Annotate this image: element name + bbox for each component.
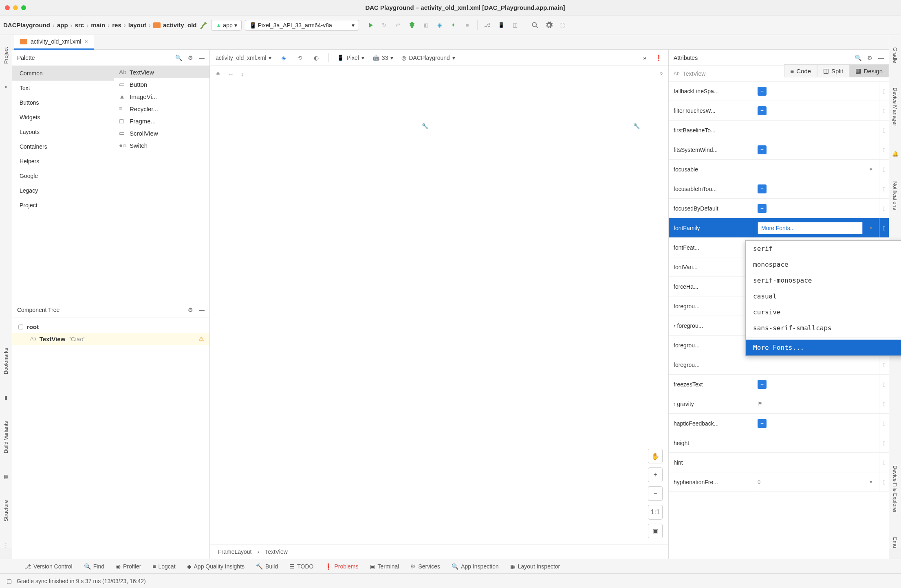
palette-item[interactable]: ▭ScrollView (114, 127, 209, 139)
bottom-tool-problems[interactable]: ❗Problems (325, 563, 358, 570)
minimize-icon[interactable]: — (199, 307, 205, 313)
window-close[interactable] (5, 5, 10, 10)
palette-category[interactable]: Project (12, 198, 114, 213)
bottom-tool-services[interactable]: ⚙Services (410, 563, 440, 570)
bottom-tool-app-inspection[interactable]: 🔍App Inspection (452, 563, 499, 570)
palette-item[interactable]: AbTextView (114, 66, 209, 78)
attr-resource-picker[interactable]: ▯ (879, 355, 889, 374)
attribute-row[interactable]: › gravity⚑▯ (669, 394, 889, 414)
dropdown-option[interactable]: serif-monospace (746, 272, 901, 288)
attr-resource-picker[interactable]: ▯ (879, 394, 889, 413)
attribute-value[interactable]: − (754, 101, 879, 120)
attr-resource-picker[interactable]: ▯ (879, 199, 889, 218)
attribute-row[interactable]: foregrou...▯ (669, 355, 889, 375)
breadcrumb-item[interactable]: activity_old (163, 22, 197, 29)
chevron-down-icon[interactable]: ▾ (866, 166, 876, 172)
view-mode-design[interactable]: ▦Design (849, 64, 889, 77)
tree-textview[interactable]: Ab TextView "Ciao" ⚠ (12, 333, 209, 345)
attribute-row[interactable]: filterTouchesW...−▯ (669, 101, 889, 121)
breadcrumb-item[interactable]: main (91, 22, 105, 29)
attach-debugger-icon[interactable]: ✦ (449, 21, 458, 29)
avatar-icon[interactable]: ◯ (559, 21, 567, 29)
zoom-out-button[interactable]: − (648, 486, 663, 501)
bottom-tool-version-control[interactable]: ⎇Version Control (24, 563, 73, 570)
bool-toggle[interactable]: − (758, 380, 767, 389)
chevron-down-icon[interactable]: ▾ (866, 479, 876, 485)
close-tab-icon[interactable]: × (84, 38, 88, 45)
profiler-icon[interactable]: ◉ (436, 21, 444, 29)
view-mode-split[interactable]: ◫Split (817, 64, 849, 77)
bookmark-icon[interactable]: ▮ (4, 395, 7, 401)
run-config-select[interactable]: ▲ app ▾ (211, 20, 241, 31)
search-icon[interactable]: 🔍 (855, 55, 861, 61)
bottom-tool-layout-inspector[interactable]: ▦Layout Inspector (510, 563, 560, 570)
pan-button[interactable]: ✋ (648, 449, 663, 463)
breadcrumb-item[interactable]: layout (128, 22, 146, 29)
git-icon[interactable]: ⎇ (483, 21, 491, 29)
folder-icon[interactable]: ▪ (5, 84, 7, 90)
attribute-row[interactable]: hyphenationFre...0▾▯ (669, 472, 889, 492)
stripe-structure[interactable]: Structure (3, 500, 9, 522)
attr-resource-picker[interactable]: ▯ (879, 140, 889, 159)
settings-icon[interactable]: ⚙ (867, 55, 872, 61)
eye-icon[interactable]: 👁 (216, 71, 221, 77)
minimize-icon[interactable]: — (878, 55, 884, 61)
palette-category[interactable]: Layouts (12, 125, 114, 139)
run-button[interactable] (366, 21, 374, 29)
stripe-notifications[interactable]: Notifications (892, 181, 898, 210)
orientation-icon[interactable]: ⟲ (296, 54, 304, 62)
attr-resource-picker[interactable]: ▯ (879, 81, 889, 101)
stripe-emulator[interactable]: Emu (892, 537, 898, 548)
dropdown-option[interactable]: monospace (746, 257, 901, 272)
night-icon[interactable]: ◐ (312, 54, 320, 62)
attr-resource-picker[interactable]: ▯ (879, 472, 889, 491)
attribute-row[interactable]: focusedByDefault−▯ (669, 199, 889, 218)
attribute-value[interactable]: 0▾ (754, 472, 879, 491)
attribute-row[interactable]: hint▯ (669, 453, 889, 472)
attribute-value[interactable] (754, 453, 879, 472)
error-badge[interactable]: ❗ (654, 54, 663, 62)
breadcrumb-item[interactable]: app (57, 22, 68, 29)
dropdown-option[interactable]: casual (746, 288, 901, 304)
attribute-value[interactable]: − (754, 414, 879, 433)
palette-item[interactable]: ▭Button (114, 78, 209, 90)
layers-icon[interactable]: ◈ (280, 54, 288, 62)
coverage-icon[interactable]: ◧ (422, 21, 430, 29)
attr-resource-picker[interactable]: ▯ (879, 101, 889, 120)
breadcrumb-item[interactable]: TextView (265, 549, 288, 555)
debug-button[interactable] (408, 21, 416, 29)
attribute-row[interactable]: firstBaselineTo...▯ (669, 121, 889, 140)
palette-category[interactable]: Common (12, 66, 114, 81)
search-icon[interactable]: 🔍 (175, 55, 182, 61)
device-select[interactable]: 📱 Pixel_3a_API_33_arm64-v8a ▾ (245, 20, 359, 31)
dropdown-option[interactable]: cursive (746, 304, 901, 320)
minimize-icon[interactable]: — (199, 55, 205, 61)
palette-category[interactable]: Helpers (12, 154, 114, 169)
bottom-tool-terminal[interactable]: ▣Terminal (370, 563, 399, 570)
stripe-bookmarks[interactable]: Bookmarks (3, 348, 9, 374)
bottom-tool-find[interactable]: 🔍Find (84, 563, 104, 570)
attribute-value[interactable] (754, 121, 879, 140)
bottom-tool-build[interactable]: 🔨Build (256, 563, 278, 570)
stripe-build-variants[interactable]: Build Variants (3, 421, 9, 453)
tree-root[interactable]: ▢ root (12, 320, 209, 333)
attr-resource-picker[interactable]: ▯ (879, 160, 889, 179)
attr-resource-picker[interactable]: ▯ (879, 433, 889, 452)
breadcrumb-item[interactable]: FrameLayout (218, 549, 251, 555)
breadcrumb-item[interactable]: res (112, 22, 121, 29)
attribute-value[interactable] (754, 433, 879, 452)
notifications-icon[interactable]: 🔔 (892, 151, 899, 157)
palette-category[interactable]: Legacy (12, 183, 114, 198)
stop-button[interactable]: ■ (463, 21, 471, 29)
attribute-value[interactable]: − (754, 179, 879, 198)
attribute-row[interactable]: focusableInTou...−▯ (669, 179, 889, 199)
dropdown-more-fonts[interactable]: More Fonts... (746, 340, 901, 355)
file-tab[interactable]: activity_old_xml.xml × (14, 35, 94, 50)
apply-changes-icon[interactable]: ⇄ (394, 21, 402, 29)
window-minimize[interactable] (13, 5, 18, 10)
structure-icon[interactable]: ⋮ (3, 542, 9, 548)
rerun-icon[interactable]: ↻ (380, 21, 388, 29)
resize-icon[interactable]: ↔ (228, 71, 234, 77)
help-icon[interactable]: ? (660, 71, 663, 77)
attr-resource-picker[interactable]: ▯ (879, 121, 889, 140)
